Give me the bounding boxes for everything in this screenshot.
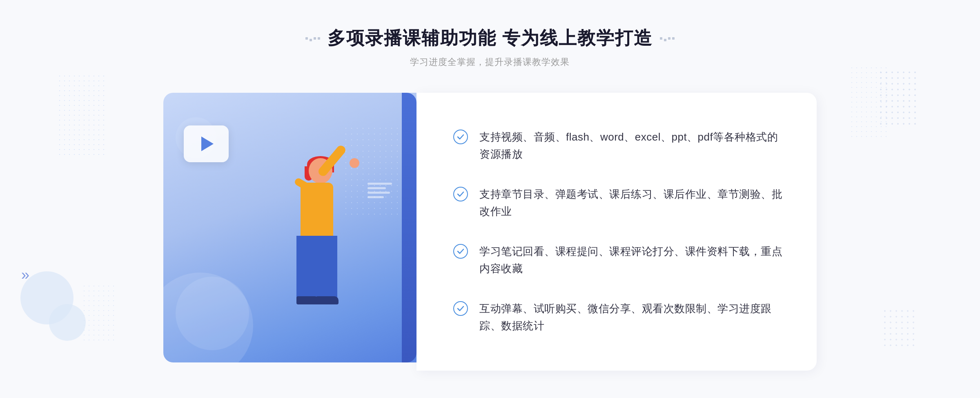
decorator-dot [318, 37, 320, 40]
stripe [368, 183, 392, 185]
left-illustration-panel [163, 93, 416, 362]
check-icon-1 [453, 130, 468, 144]
decorator-dot [664, 39, 666, 41]
deco-circle-medium [176, 277, 249, 350]
feature-text-2: 支持章节目录、弹题考试、课后练习、课后作业、章节测验、批改作业 [479, 186, 784, 220]
title-decorator-left [305, 36, 320, 41]
blue-side-bar [402, 93, 416, 362]
illustration-figure [256, 150, 370, 362]
stripe [368, 187, 386, 189]
deco-circle-blue-sm [49, 304, 86, 341]
figure-shoe-right [316, 296, 339, 304]
header-section: 多项录播课辅助功能 专为线上教学打造 学习进度全掌握，提升录播课教学效果 [305, 26, 675, 68]
decorator-dot [310, 39, 312, 41]
feature-item-3: 学习笔记回看、课程提问、课程评论打分、课件资料下载，重点内容收藏 [453, 243, 784, 277]
figure-pants [296, 236, 337, 301]
feature-item-2: 支持章节目录、弹题考试、课后练习、课后作业、章节测验、批改作业 [453, 186, 784, 220]
subtitle: 学习进度全掌握，提升录播课教学效果 [305, 56, 675, 68]
title-decorator-right [660, 36, 675, 41]
bg-dots-left [57, 74, 106, 155]
bg-dots-bottom-left [82, 284, 114, 341]
play-triangle-icon [201, 136, 214, 151]
feature-text-4: 互动弹幕、试听购买、微信分享、观看次数限制、学习进度跟踪、数据统计 [479, 300, 784, 334]
play-button-icon [184, 125, 229, 162]
feature-text-1: 支持视频、音频、flash、word、excel、ppt、pdf等各种格式的资源… [479, 129, 784, 163]
title-row: 多项录播课辅助功能 专为线上教学打造 [305, 26, 675, 50]
content-area: 支持视频、音频、flash、word、excel、ppt、pdf等各种格式的资源… [163, 93, 817, 371]
decorator-dot [305, 37, 308, 40]
feature-text-3: 学习笔记回看、课程提问、课程评论打分、课件资料下载，重点内容收藏 [479, 243, 784, 277]
check-circle [453, 301, 468, 316]
decorator-dot [660, 37, 662, 40]
checkmark-svg [457, 133, 465, 141]
main-title: 多项录播课辅助功能 专为线上教学打造 [327, 26, 653, 50]
stripe [368, 196, 384, 198]
decorator-dot [314, 37, 316, 40]
feature-item-4: 互动弹幕、试听购买、微信分享、观看次数限制、学习进度跟踪、数据统计 [453, 300, 784, 334]
checkmark-svg [457, 247, 465, 255]
feature-item-1: 支持视频、音频、flash、word、excel、ppt、pdf等各种格式的资源… [453, 129, 784, 163]
checkmark-svg [457, 190, 465, 198]
stripe [368, 192, 390, 194]
figure-hand-raised [350, 158, 359, 168]
check-circle [453, 187, 468, 201]
page-wrapper: » 多项录播课辅助功能 专为线上教学打造 学习进度全掌握，提升录播课教学效果 [0, 0, 980, 398]
right-dots-deco2 [882, 308, 915, 349]
check-icon-3 [453, 244, 468, 259]
check-icon-2 [453, 187, 468, 201]
checkmark-svg [457, 304, 465, 313]
check-circle [453, 130, 468, 144]
check-icon-4 [453, 301, 468, 316]
right-dots-deco [878, 69, 919, 127]
figure-shoe-left [296, 296, 319, 304]
stripes-decoration [368, 183, 392, 198]
check-circle [453, 244, 468, 259]
right-features-panel: 支持视频、音频、flash、word、excel、ppt、pdf等各种格式的资源… [416, 93, 817, 371]
decorator-dot [672, 37, 675, 40]
decorator-dot [668, 37, 670, 40]
